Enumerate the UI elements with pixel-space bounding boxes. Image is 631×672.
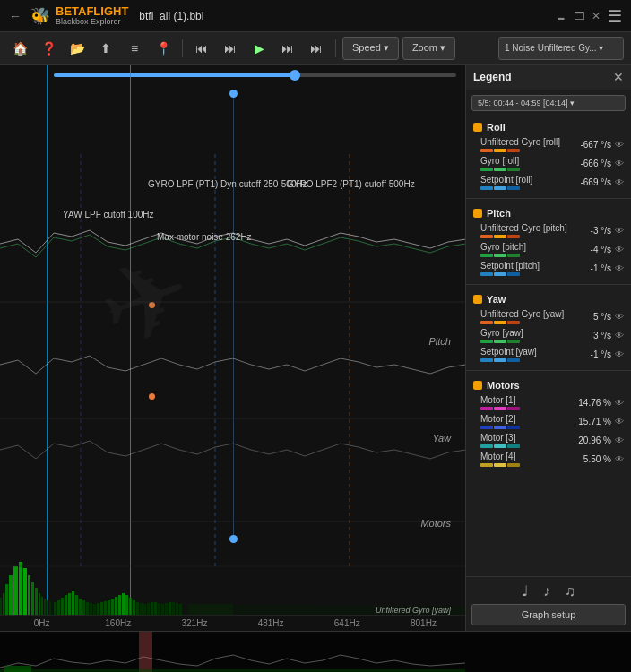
waveform-icon-1[interactable]: ♩ — [522, 582, 529, 599]
list-icon[interactable]: ≡ — [122, 36, 147, 61]
svg-text:✈: ✈ — [83, 228, 210, 372]
logo-name: BETAFLIGHT — [56, 5, 128, 17]
legend-item-motor2: Motor [2] 15.71 % 👁 — [466, 412, 631, 431]
maximize-icon[interactable]: 🗖 — [574, 10, 584, 22]
legend-item-gyro-pitch: Gyro [pitch] -4 °/s 👁 — [466, 240, 631, 259]
next-icon[interactable]: ⏭ — [275, 36, 300, 61]
svg-rect-66 — [4, 666, 31, 672]
back-button[interactable]: ← — [9, 9, 22, 23]
xaxis-160hz: 160Hz — [80, 618, 156, 628]
eye-icon-unfiltered-gyro-yaw[interactable]: 👁 — [615, 312, 624, 322]
pitch-section-header: Pitch — [466, 205, 631, 221]
upload-icon[interactable]: ⬆ — [93, 36, 118, 61]
speed-button[interactable]: Speed ▾ — [342, 37, 399, 60]
legend-header: Legend ✕ — [466, 65, 631, 90]
main-area: ✈ — [0, 65, 631, 631]
xaxis-321hz: 321Hz — [156, 618, 232, 628]
eye-icon-gyro-roll[interactable]: 👁 — [615, 159, 624, 168]
close-icon[interactable]: ✕ — [592, 10, 601, 22]
chart-area[interactable]: ✈ — [0, 65, 465, 631]
location-icon[interactable]: 📍 — [151, 36, 176, 61]
graph-setup-button[interactable]: Graph setup — [471, 604, 626, 625]
toolbar-separator2 — [335, 39, 336, 57]
logo-text-block: BETAFLIGHT Blackbox Explorer — [56, 5, 128, 26]
svg-rect-64 — [139, 632, 152, 672]
eye-icon-roll-unfiltered-pitch[interactable]: 👁 — [615, 226, 624, 236]
titlebar: ← 🐝 BETAFLIGHT Blackbox Explorer btfl_al… — [0, 0, 631, 32]
svg-rect-63 — [0, 632, 631, 672]
file-title: btfl_all (1).bbl — [139, 10, 203, 22]
legend-item-unfiltered-gyro-roll: Unfiltered Gyro [roll] -667 °/s 👁 — [466, 135, 631, 154]
eye-icon-gyro-yaw[interactable]: 👁 — [615, 331, 624, 340]
gyro-select[interactable]: 1 Noise Unfiltered Gy... ▾ — [498, 37, 624, 60]
waveform-icon-2[interactable]: ♪ — [543, 583, 550, 599]
eye-icon-setpoint-yaw[interactable]: 👁 — [615, 349, 624, 359]
eye-icon-setpoint-pitch[interactable]: 👁 — [615, 263, 624, 273]
chart-svg: ✈ — [0, 65, 465, 631]
legend-dropdown[interactable]: 5/5: 00:44 - 04:59 [04:14] ▾ — [471, 95, 626, 111]
roll-section-header: Roll — [466, 119, 631, 135]
xaxis-801hz: 801Hz — [385, 618, 462, 628]
roll-color-dot — [473, 123, 482, 132]
yaw-section-label: Yaw — [432, 433, 451, 444]
legend-sidebar: Legend ✕ 5/5: 00:44 - 04:59 [04:14] ▾ Ro… — [465, 65, 631, 631]
home-icon[interactable]: 🏠 — [7, 36, 32, 61]
legend-item-setpoint-yaw: Setpoint [yaw] -1 °/s 👁 — [466, 345, 631, 364]
logo-area: 🐝 BETAFLIGHT Blackbox Explorer — [30, 5, 128, 26]
toolbar-separator — [182, 39, 183, 57]
legend-title: Legend — [473, 71, 512, 83]
logo-bee-icon: 🐝 — [30, 6, 50, 26]
logo-subtitle: Blackbox Explorer — [56, 17, 128, 26]
yaw-color-dot — [473, 295, 482, 304]
legend-item-unfiltered-gyro-yaw: Unfiltered Gyro [yaw] 5 °/s 👁 — [466, 307, 631, 326]
eye-icon-setpoint-roll[interactable]: 👁 — [615, 177, 624, 187]
legend-item-motor3: Motor [3] 20.96 % 👁 — [466, 431, 631, 450]
eye-icon-motor3[interactable]: 👁 — [615, 435, 624, 445]
legend-item-unfiltered-gyro-pitch: Unfiltered Gyro [pitch] -3 °/s 👁 — [466, 221, 631, 240]
legend-close-button[interactable]: ✕ — [613, 70, 624, 84]
yaw-section-header: Yaw — [466, 291, 631, 307]
prev-icon[interactable]: ⏭ — [218, 36, 243, 61]
legend-item-motor1: Motor [1] 14.76 % 👁 — [466, 393, 631, 412]
legend-item-motor4: Motor [4] 5.50 % 👁 — [466, 450, 631, 469]
legend-bottom: ♩ ♪ ♫ Graph setup — [466, 576, 631, 631]
legend-section-yaw: Yaw Unfiltered Gyro [yaw] 5 °/s 👁 — [466, 291, 631, 364]
menu-button[interactable]: ☰ — [608, 6, 622, 26]
minimap[interactable] — [0, 631, 631, 672]
open-icon[interactable]: 📂 — [65, 36, 90, 61]
motors-section-label: Motors — [420, 518, 451, 529]
eye-icon-motor4[interactable]: 👁 — [615, 454, 624, 464]
eye-icon-motor2[interactable]: 👁 — [615, 417, 624, 426]
legend-item-gyro-roll: Gyro [roll] -666 °/s 👁 — [466, 154, 631, 173]
motors-section-header: Motors — [466, 377, 631, 393]
eye-icon-gyro-pitch[interactable]: 👁 — [615, 245, 624, 254]
unfiltered-label: Unfiltered Gyro [yaw] — [376, 606, 451, 615]
eye-icon-roll-unfiltered[interactable]: 👁 — [615, 140, 624, 150]
play-icon[interactable]: ▶ — [246, 36, 272, 61]
waveform-icon-3[interactable]: ♫ — [565, 583, 575, 599]
legend-icons-row: ♩ ♪ ♫ — [471, 582, 626, 599]
xaxis-0hz: 0Hz — [4, 618, 80, 628]
minimize-icon[interactable]: 🗕 — [556, 10, 566, 22]
legend-section-motors: Motors Motor [1] 14.76 % 👁 — [466, 377, 631, 469]
pitch-section-label: Pitch — [429, 336, 451, 347]
skip-forward-icon[interactable]: ⏭ — [304, 36, 329, 61]
minimap-chart — [0, 632, 631, 672]
legend-item-setpoint-roll: Setpoint [roll] -669 °/s 👁 — [466, 173, 631, 192]
legend-section-pitch: Pitch Unfiltered Gyro [pitch] -3 °/s 👁 — [466, 205, 631, 278]
zoom-button[interactable]: Zoom ▾ — [402, 37, 455, 60]
eye-icon-motor1[interactable]: 👁 — [615, 398, 624, 408]
help-icon[interactable]: ❓ — [36, 36, 61, 61]
pitch-color-dot — [473, 209, 482, 218]
legend-section-roll: Roll Unfiltered Gyro [roll] -667 °/s 👁 — [466, 119, 631, 192]
legend-item-gyro-yaw: Gyro [yaw] 3 °/s 👁 — [466, 326, 631, 345]
xaxis: 0Hz 160Hz 321Hz 481Hz 641Hz 801Hz — [0, 615, 465, 631]
toolbar: 🏠 ❓ 📂 ⬆ ≡ 📍 ⏮ ⏭ ▶ ⏭ ⏭ Speed ▾ Zoom ▾ 1 N… — [0, 32, 631, 65]
xaxis-641hz: 641Hz — [309, 618, 385, 628]
skip-back-icon[interactable]: ⏮ — [189, 36, 214, 61]
legend-item-setpoint-pitch: Setpoint [pitch] -1 °/s 👁 — [466, 259, 631, 278]
xaxis-481hz: 481Hz — [233, 618, 309, 628]
motors-color-dot — [473, 381, 482, 390]
